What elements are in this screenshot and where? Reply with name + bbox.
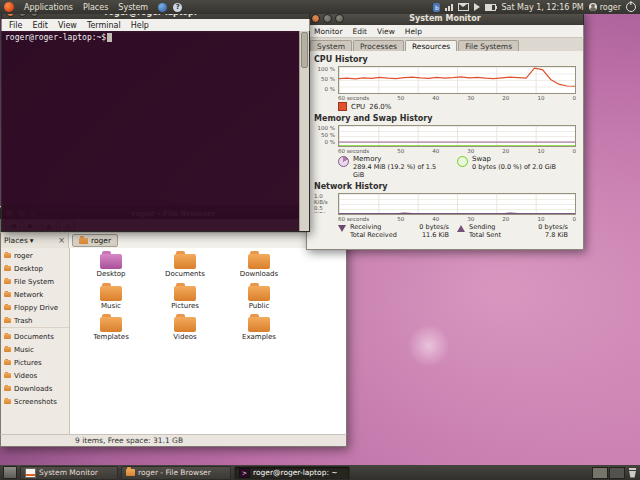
place-label: Pictures <box>14 359 42 367</box>
axis-label: 50 % <box>321 76 335 82</box>
taskbar-item-terminal[interactable]: > roger@roger-laptop: ~ <box>234 466 350 480</box>
panel-menu-item[interactable]: Applications <box>20 3 77 12</box>
battery-icon[interactable] <box>485 4 496 11</box>
panel-menu-item[interactable]: Places <box>79 3 112 12</box>
place-item[interactable]: File System <box>1 275 69 288</box>
user-menu[interactable]: roger <box>589 3 621 12</box>
place-item[interactable]: Videos <box>1 369 69 382</box>
folder-label: Music <box>101 303 121 311</box>
place-item[interactable]: Network <box>1 288 69 301</box>
folder-icon <box>100 254 122 269</box>
file-list-area[interactable]: Desktop Documents Downloads <box>70 248 346 434</box>
scrollbar-thumb[interactable] <box>301 32 308 68</box>
cpu-color-swatch[interactable] <box>338 102 347 111</box>
place-item[interactable]: Floppy Drive <box>1 301 69 314</box>
axis-label: 0 % <box>325 139 335 145</box>
menu-item[interactable]: Help <box>400 27 427 36</box>
places-sidebar: roger Desktop File System Networ <box>1 248 70 434</box>
place-item[interactable]: Pictures <box>1 356 69 369</box>
folder-item[interactable]: Templates <box>74 317 148 342</box>
close-sidebar-icon[interactable]: × <box>58 236 65 245</box>
total-sent-label: Total Sent <box>469 231 501 239</box>
swap-pie-icon[interactable] <box>457 156 468 167</box>
sending-label: Sending <box>469 223 495 231</box>
axis-label: 0.5 KiB/s <box>314 205 335 213</box>
swap-legend: Swap 0 bytes (0.0 %) of 2.0 GiB <box>457 155 576 179</box>
path-bar: roger <box>69 233 346 249</box>
menu-item[interactable]: Edit <box>348 27 373 36</box>
user-icon <box>589 3 597 11</box>
place-icon <box>4 305 11 310</box>
place-item[interactable]: Documents <box>1 330 69 343</box>
trash-icon[interactable] <box>628 468 637 478</box>
clock[interactable]: Sat May 1, 12:16 PM <box>501 3 583 12</box>
receiving-legend: Receiving 0 bytes/s Total Received 11.6 … <box>338 223 457 239</box>
folder-item[interactable]: Examples <box>222 317 296 342</box>
folder-icon <box>100 286 122 301</box>
minimize-button[interactable] <box>323 14 332 23</box>
chevron-down-icon[interactable]: ▾ <box>30 236 34 245</box>
session-power-icon[interactable] <box>626 2 636 12</box>
total-sent-value: 7.8 KiB <box>545 231 568 239</box>
menu-item[interactable]: View <box>53 21 82 30</box>
places-label: Places <box>4 236 28 245</box>
memory-label: Memory <box>353 155 449 163</box>
workspace-1[interactable] <box>592 467 608 479</box>
place-item[interactable]: Screenshots <box>1 395 69 408</box>
panel-menu-item[interactable]: System <box>114 3 152 12</box>
folder-item[interactable]: Videos <box>148 317 222 342</box>
terminal-body[interactable]: roger@roger-laptop:~$ <box>1 31 310 232</box>
place-icon <box>4 253 11 258</box>
folder-item[interactable]: Documents <box>148 254 222 279</box>
folder-icon <box>126 469 135 476</box>
network-legend: Receiving 0 bytes/s Total Received 11.6 … <box>338 223 576 239</box>
place-item[interactable]: Music <box>1 343 69 356</box>
bluetooth-icon[interactable]: b <box>433 3 440 12</box>
folder-item[interactable]: Public <box>222 286 296 311</box>
menu-item[interactable]: Monitor <box>309 27 348 36</box>
show-desktop-button[interactable] <box>3 466 17 479</box>
folder-item[interactable]: Pictures <box>148 286 222 311</box>
workspace-2[interactable] <box>609 467 625 479</box>
volume-icon[interactable] <box>474 3 480 11</box>
place-item[interactable]: Trash <box>1 314 69 328</box>
taskbar-label: roger - File Browser <box>138 468 211 477</box>
path-button-roger[interactable]: roger <box>72 234 118 247</box>
taskbar-item-system-monitor[interactable]: System Monitor <box>20 466 118 480</box>
ubuntu-logo-icon[interactable] <box>4 2 14 12</box>
axis-label: 30 <box>467 95 474 101</box>
terminal-icon: > <box>239 468 250 478</box>
menu-item[interactable]: Terminal <box>82 21 126 30</box>
terminal-scrollbar[interactable] <box>299 31 309 231</box>
place-item[interactable]: Desktop <box>1 262 69 275</box>
maximize-button[interactable] <box>335 14 344 23</box>
firefox-launcher-icon[interactable] <box>158 3 167 12</box>
place-item[interactable]: roger <box>1 249 69 262</box>
menu-item[interactable]: View <box>372 27 400 36</box>
memory-y-axis: 100 %50 %0 % <box>314 125 338 145</box>
axis-label: 10 <box>537 148 544 154</box>
place-label: Trash <box>14 317 33 325</box>
places-header[interactable]: Places ▾ × <box>1 233 69 249</box>
status-bar: 9 items, Free space: 31.1 GB <box>0 434 347 447</box>
menu-item[interactable]: File <box>4 21 27 30</box>
mail-indicator-icon[interactable] <box>458 3 469 11</box>
help-launcher-icon[interactable]: ? <box>173 3 182 12</box>
folder-item[interactable]: Desktop <box>74 254 148 279</box>
menu-item[interactable]: Edit <box>27 21 53 30</box>
close-button[interactable] <box>311 14 320 23</box>
workspace-switcher[interactable] <box>592 467 625 479</box>
sending-value: 0 bytes/s <box>538 223 568 231</box>
network-icon[interactable] <box>445 3 453 11</box>
indicator-area: b Sat May 1, 12:16 PM roger <box>433 2 636 12</box>
folder-item[interactable]: Music <box>74 286 148 311</box>
place-item[interactable]: Downloads <box>1 382 69 395</box>
folder-item[interactable]: Downloads <box>222 254 296 279</box>
taskbar-item-file-browser[interactable]: roger - File Browser <box>121 466 231 480</box>
place-label: Music <box>14 346 34 354</box>
menu-item[interactable]: Help <box>126 21 154 30</box>
place-icon <box>4 347 11 352</box>
memory-pie-icon[interactable] <box>338 156 349 167</box>
desktop: roger - File Browser ◀ ▶ ▲ ⌂ Places ▾ × … <box>0 0 640 480</box>
place-icon <box>4 292 11 297</box>
